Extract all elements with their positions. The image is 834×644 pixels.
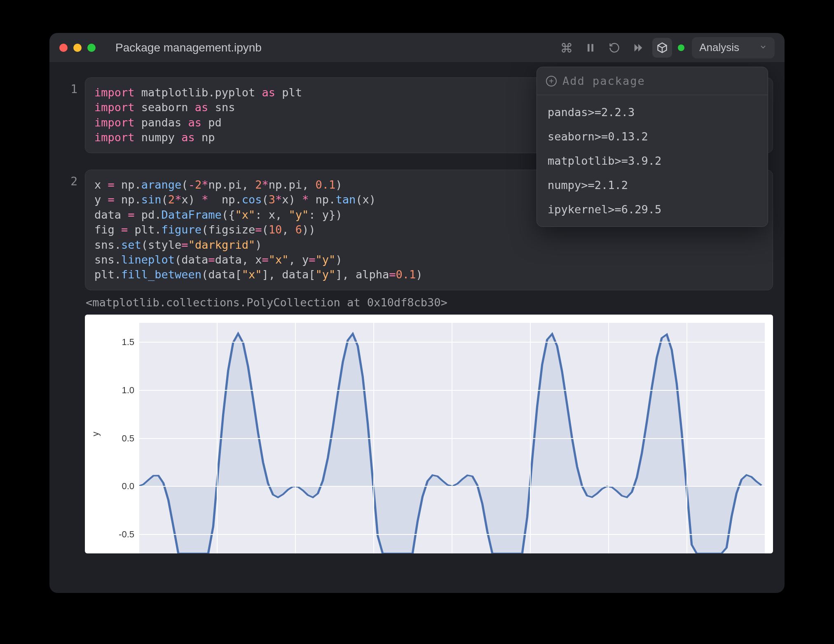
document-title: Package management.ipynb	[115, 41, 262, 54]
kernel-status-indicator	[678, 44, 684, 51]
add-package-input[interactable]	[562, 75, 759, 87]
plus-circle-icon: +	[546, 76, 557, 86]
minimize-icon[interactable]	[73, 44, 82, 52]
cell-number: 1	[61, 77, 77, 96]
command-palette-button[interactable]	[557, 38, 576, 58]
package-popover: + pandas>=2.2.3seaborn>=0.13.2matplotlib…	[536, 67, 768, 227]
restart-button[interactable]	[604, 38, 624, 58]
pause-button[interactable]	[581, 38, 600, 58]
y-tick-label: 0.0	[105, 481, 134, 492]
package-list-item[interactable]: seaborn>=0.13.2	[537, 124, 768, 149]
package-list-item[interactable]: numpy>=2.1.2	[537, 173, 768, 197]
notebook-content: + pandas>=2.2.3seaborn>=0.13.2matplotlib…	[49, 63, 785, 593]
toolbar: Analysis	[557, 37, 775, 58]
package-popover-header: +	[537, 67, 768, 95]
zoom-icon[interactable]	[87, 44, 96, 52]
package-list-item[interactable]: ipykernel>=6.29.5	[537, 197, 768, 222]
y-tick-label: 1.0	[105, 385, 134, 396]
package-manager-button[interactable]	[652, 38, 672, 58]
plot-grid	[138, 323, 765, 553]
y-tick-label: 1.5	[105, 337, 134, 348]
titlebar: Package management.ipynb	[49, 33, 785, 63]
y-axis-label: y	[90, 432, 101, 436]
svg-rect-1	[592, 44, 594, 51]
y-tick-label: 0.5	[105, 433, 134, 444]
output-text: <matplotlib.collections.PolyCollection a…	[85, 296, 773, 309]
package-list-item[interactable]: matplotlib>=3.9.2	[537, 149, 768, 173]
window-controls	[59, 44, 96, 52]
chevron-down-icon	[759, 41, 767, 54]
y-tick-label: -0.5	[105, 529, 134, 540]
kernel-select[interactable]: Analysis	[692, 37, 775, 58]
plot-output: y -0.50.00.51.01.5	[85, 315, 773, 553]
kernel-name-label: Analysis	[699, 41, 739, 54]
cell: 2 x = np.arange(-2*np.pi, 2*np.pi, 0.1) …	[61, 170, 773, 553]
package-list: pandas>=2.2.3seaborn>=0.13.2matplotlib>=…	[537, 95, 768, 226]
package-list-item[interactable]: pandas>=2.2.3	[537, 100, 768, 124]
svg-rect-0	[588, 44, 590, 51]
run-all-button[interactable]	[628, 38, 648, 58]
app-window: Package management.ipynb	[49, 33, 785, 593]
cell-number: 2	[61, 170, 77, 188]
close-icon[interactable]	[59, 44, 68, 52]
